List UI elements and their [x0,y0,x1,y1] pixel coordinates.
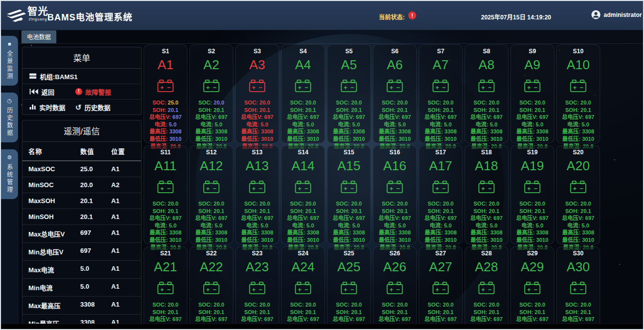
field-label: SOH: [474,208,489,214]
status-alarm-icon[interactable]: ! [408,11,416,19]
field-value: 5.0 [307,121,314,127]
row-name: MaxSOC [28,165,80,173]
tab-battery-data[interactable]: 电池数据 [21,30,56,43]
field-label: 总电压V: [333,114,356,120]
field-label: 最低压: [425,136,445,142]
unit-menu-item[interactable]: 机组:BAMS1 [29,72,78,81]
field-label: 电流: [200,121,215,127]
realtime-data-label: 实时数据 [39,103,65,112]
field-label: 电流: [521,121,536,127]
col-location: 位置 [111,146,141,156]
fault-alarm-button[interactable]: ! 故障警报 [75,84,111,99]
card-fields: SOC: 20.0SOH: 20.1总电压V: 697电流: 5.0最高压: 3… [511,200,554,251]
field-value: 5.0 [261,121,268,127]
battery-card[interactable]: S11 A11 SOC: 20.0SOH: 20.1总电压V: 697电流: 5… [144,145,187,244]
card-field-row: 最低压: 3010 [144,135,187,143]
table-row: Max最高压 3308 A1 [22,297,141,315]
battery-card[interactable]: S21 A21 SOC: 20.0SOH: 20.1总电压V: 697电流: 5… [144,246,187,330]
battery-card[interactable]: S19 A19 SOC: 20.0SOH: 20.1总电压V: 697电流: 5… [510,145,554,244]
card-field-row: SOC: 20.0 [373,200,416,208]
battery-card[interactable]: S15 A15 SOC: 20.0SOH: 20.1总电压V: 697电流: 5… [327,145,371,244]
card-field-row: 最低压: 3010 [282,236,324,244]
battery-card[interactable]: S8 A8 SOC: 20.0SOH: 20.1总电压V: 697电流: 5.0… [465,44,508,143]
battery-card[interactable]: S5 A5 SOC: 20.0SOH: 20.1总电压V: 697电流: 5.0… [327,44,371,143]
row-name: Min电流 [28,283,80,292]
sidebar-tab-3[interactable]: ⚙系统管理 [1,149,18,199]
battery-card[interactable]: S2 A2 SOC: 20.0SOH: 20.1总电压V: 697电流: 5.0… [189,44,233,143]
realtime-data-button[interactable]: 实时数据 [29,103,65,112]
user-menu[interactable]: administrator [591,10,642,19]
card-field-row: 总电压V: 697 [511,316,554,323]
battery-card[interactable]: S20 A20 SOC: 20.0SOH: 20.1总电压V: 697电流: 5… [556,145,600,244]
battery-card[interactable]: S30 A30 SOC: 20.0SOH: 20.1总电压V: 697电流: 5… [556,246,600,330]
history-data-button[interactable]: ↺ 历史数据 [75,100,111,114]
field-label: 总电压V: [241,215,264,221]
battery-card[interactable]: S4 A4 SOC: 20.0SOH: 20.1总电压V: 697电流: 5.0… [281,44,325,143]
field-value: 20.0 [535,302,545,308]
battery-card[interactable]: S3 A3 SOC: 20.0SOH: 20.1总电压V: 697电流: 5.0… [235,44,279,143]
field-value: 25.0 [168,100,178,106]
field-label: 最高压: [195,128,215,134]
battery-card[interactable]: S28 A28 SOC: 20.0SOH: 20.1总电压V: 697电流: 5… [465,246,508,330]
battery-card[interactable]: S25 A25 SOC: 20.0SOH: 20.1总电压V: 697电流: 5… [327,246,371,330]
battery-card[interactable]: S24 A24 SOC: 20.0SOH: 20.1总电压V: 697电流: 5… [281,246,325,330]
field-value: 3308 [215,229,227,235]
field-label: SOC: [519,201,535,207]
status-label: 当前状态: [379,12,405,21]
battery-card[interactable]: S7 A7 SOC: 20.0SOH: 20.1总电压V: 697电流: 5.0… [419,44,463,143]
battery-card[interactable]: S9 A9 SOC: 20.0SOH: 20.1总电压V: 697电流: 5.0… [510,44,554,143]
card-string-label: S27 [419,250,462,257]
field-value: 3010 [445,136,457,142]
card-field-row: 总电压V: 697 [465,215,508,222]
field-value: 20.1 [397,309,408,315]
field-label: 总电压V: [150,215,172,221]
card-fields: SOC: 20.0SOH: 20.1总电压V: 697电流: 5.0最高压: 3… [511,99,554,150]
sidebar-tab-1[interactable]: ■全景监测 [1,36,18,86]
field-value: 20.0 [260,302,270,308]
card-field-row: SOC: 20.0 [373,99,416,107]
battery-card[interactable]: S12 A12 SOC: 20.0SOH: 20.1总电压V: 697电流: 5… [189,145,233,244]
field-label: SOC: [153,302,168,308]
field-label: SOH: [290,309,306,315]
battery-card[interactable]: S27 A27 SOC: 20.0SOH: 20.1总电压V: 697电流: 5… [419,246,463,330]
card-field-row: 电流: 5.0 [282,222,324,229]
field-label: SOC: [428,201,443,207]
card-field-row: SOH: 20.1 [190,107,233,114]
card-field-row: 最高压: 3308 [511,229,554,236]
field-label: 最低压: [516,237,536,243]
field-label: SOH: [244,107,260,113]
card-field-row: 总电压V: 697 [557,113,600,121]
battery-icon [478,180,495,194]
card-field-row: SOC: 20.0 [419,200,462,208]
battery-card[interactable]: S6 A6 SOC: 20.0SOH: 20.1总电压V: 697电流: 5.0… [373,44,417,143]
card-field-row: 最高压: 3308 [190,128,233,135]
field-label: 总电压V: [241,114,264,120]
card-field-row: SOH: 20.1 [465,208,508,215]
field-value: 20.1 [351,309,362,315]
field-value: 5.0 [490,121,497,127]
field-label: SOH: [382,208,397,214]
field-label: SOH: [336,309,351,315]
battery-card[interactable]: S26 A26 SOC: 20.0SOH: 20.1总电压V: 697电流: 5… [373,246,417,330]
field-value: 20.0 [306,302,316,308]
battery-card[interactable]: S23 A23 SOC: 20.0SOH: 20.1总电压V: 697电流: 5… [235,246,279,330]
battery-card[interactable]: S29 A29 SOC: 20.0SOH: 20.1总电压V: 697电流: 5… [510,246,554,330]
battery-card[interactable]: S10 A10 SOC: 20.0SOH: 20.1总电压V: 697电流: 5… [556,44,600,143]
battery-card[interactable]: S17 A17 SOC: 20.0SOH: 20.1总电压V: 697电流: 5… [419,145,463,244]
card-field-row: 总电压V: 697 [282,113,324,121]
battery-card[interactable]: S18 A18 SOC: 20.0SOH: 20.1总电压V: 697电流: 5… [465,145,508,244]
battery-card[interactable]: S16 A16 SOC: 20.0SOH: 20.1总电压V: 697电流: 5… [373,145,417,244]
battery-card[interactable]: S22 A22 SOC: 20.0SOH: 20.1总电压V: 697电流: 5… [189,246,233,330]
field-value: 20.0 [489,201,499,207]
battery-card[interactable]: S13 A13 SOC: 20.0SOH: 20.1总电压V: 697电流: 5… [235,145,279,244]
card-battery-name: A25 [327,259,370,275]
card-field-row: SOC: 20.0 [190,200,233,208]
battery-card[interactable]: S14 A14 SOC: 20.0SOH: 20.1总电压V: 697电流: 5… [281,145,325,244]
sidebar-tab-2[interactable]: ◷历史数据 [1,93,18,142]
field-value: 20.1 [260,208,270,214]
card-field-row: 总电压V: 697 [327,215,370,222]
card-battery-name: A13 [236,158,279,174]
back-button[interactable]: 返回 [29,87,54,97]
battery-card[interactable]: S1 A1 SOC: 25.0SOH: 20.1总电压V: 697电流: 5.0… [144,44,187,143]
field-label: SOH: [336,208,351,214]
